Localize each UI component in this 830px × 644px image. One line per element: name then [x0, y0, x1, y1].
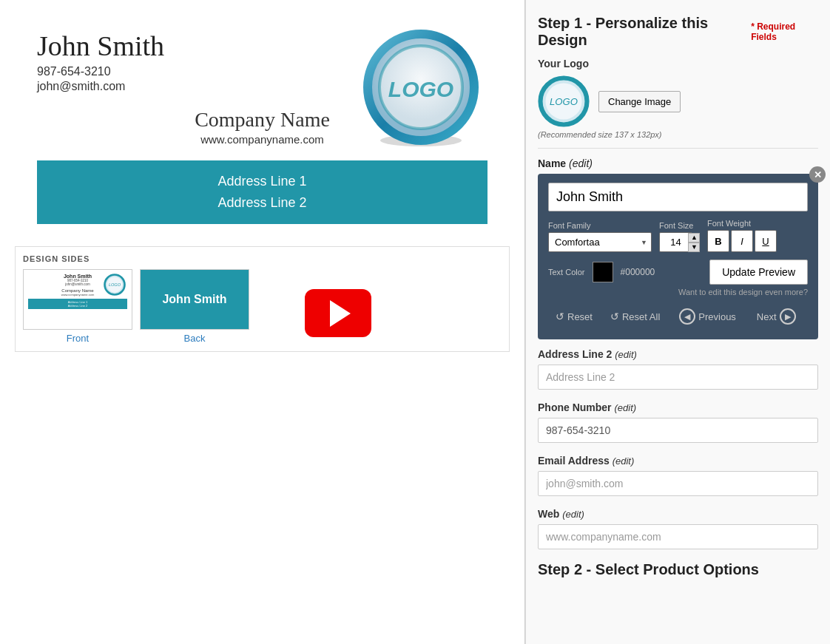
- back-label: Back: [140, 333, 249, 344]
- thumb-logo: LOGO: [104, 274, 126, 296]
- font-family-label: Font Family: [548, 221, 652, 230]
- logo-row: LOGO Change Image: [538, 75, 818, 127]
- preview-address1: Address Line 1: [44, 171, 480, 192]
- back-thumb-text: John Smith: [162, 293, 226, 306]
- reset-all-button[interactable]: ↺ Reset All: [603, 306, 667, 327]
- underline-button[interactable]: U: [755, 230, 777, 252]
- design-sides-row: John Smith 987-654-3210 john@smith.com C…: [23, 269, 502, 344]
- step1-title: Step 1 - Personalize this Design: [538, 15, 745, 49]
- step1-header: Step 1 - Personalize this Design * Requi…: [538, 15, 818, 49]
- next-button[interactable]: Next ▶: [748, 304, 805, 329]
- web-edit-label: (edit): [562, 509, 584, 520]
- reset-all-icon: ↺: [610, 311, 619, 322]
- phone-field-label: Phone Number (edit): [538, 401, 818, 413]
- font-size-group: Font Size ▲ ▼: [659, 221, 700, 252]
- play-icon: [330, 300, 351, 327]
- font-weight-buttons: B I U: [707, 230, 777, 252]
- bold-button[interactable]: B: [707, 230, 729, 252]
- font-family-wrapper: Comfortaa Arial Georgia: [548, 232, 652, 252]
- font-size-up[interactable]: ▲: [688, 233, 700, 243]
- name-field-label: Name (edit): [538, 157, 818, 169]
- address2-field-label: Address Line 2 (edit): [538, 348, 818, 360]
- update-preview-button[interactable]: Update Preview: [709, 260, 808, 285]
- font-size-down[interactable]: ▼: [688, 243, 700, 252]
- required-fields-label: * Required Fields: [751, 21, 818, 42]
- name-edit-popup: ✕ Font Family Comfortaa Arial Georgia Fo…: [538, 174, 818, 339]
- logo-small: LOGO: [538, 75, 590, 127]
- back-thumb-container[interactable]: John Smith Back: [140, 269, 249, 344]
- email-edit-label: (edit): [613, 455, 635, 467]
- nav-row: ↺ Reset ↺ Reset All ◀ Previous Next ▶: [548, 304, 808, 329]
- close-popup-button[interactable]: ✕: [809, 166, 826, 183]
- previous-icon: ◀: [679, 308, 695, 325]
- preview-address2: Address Line 2: [44, 192, 480, 214]
- name-edit-label: (edit): [569, 157, 593, 169]
- design-sides-section: DESIGN SIDES John Smith 987-654-3210 joh…: [15, 246, 510, 352]
- italic-button[interactable]: I: [731, 230, 753, 252]
- reset-button[interactable]: ↺ Reset: [548, 306, 600, 327]
- font-weight-group: Font Weight B I U: [707, 219, 777, 252]
- phone-edit-label: (edit): [614, 402, 636, 413]
- want-edit-text: Want to edit this design even more?: [548, 288, 808, 296]
- preview-logo: LOGO: [362, 30, 480, 148]
- font-size-arrows: ▲ ▼: [688, 233, 700, 252]
- change-image-button[interactable]: Change Image: [598, 91, 681, 112]
- back-thumbnail: John Smith: [140, 269, 249, 330]
- web-field-label: Web (edit): [538, 508, 818, 520]
- svg-text:LOGO: LOGO: [109, 282, 121, 287]
- your-logo-label: Your Logo: [538, 58, 818, 70]
- phone-input[interactable]: [538, 418, 818, 443]
- email-section: Email Address (edit): [538, 455, 818, 496]
- thumb-address: Address Line 1Address Line 2: [28, 299, 127, 309]
- right-panel: Step 1 - Personalize this Design * Requi…: [525, 0, 830, 644]
- web-input[interactable]: [538, 524, 818, 549]
- preview-panel: LOGO John Smith 987-654-3210 john@smith.…: [0, 0, 525, 644]
- font-family-group: Font Family Comfortaa Arial Georgia: [548, 221, 652, 252]
- design-sides-label: DESIGN SIDES: [23, 254, 502, 263]
- name-input[interactable]: [548, 183, 808, 211]
- address2-input[interactable]: [538, 365, 818, 390]
- front-label: Front: [23, 333, 132, 344]
- text-color-label: Text Color: [548, 268, 585, 277]
- svg-text:LOGO: LOGO: [388, 77, 453, 101]
- font-weight-label: Font Weight: [707, 219, 777, 228]
- video-thumbnail[interactable]: [271, 283, 405, 344]
- font-controls: Font Family Comfortaa Arial Georgia Font…: [548, 219, 808, 252]
- phone-section: Phone Number (edit): [538, 401, 818, 443]
- divider1: [538, 148, 818, 149]
- email-field-label: Email Address (edit): [538, 455, 818, 467]
- front-thumb-container[interactable]: John Smith 987-654-3210 john@smith.com C…: [23, 269, 132, 344]
- color-swatch[interactable]: [593, 262, 613, 282]
- preview-address-bar: Address Line 1 Address Line 2: [37, 160, 487, 224]
- address2-section: Address Line 2 (edit): [538, 348, 818, 390]
- color-hex: #000000: [621, 267, 655, 277]
- font-size-label: Font Size: [659, 221, 700, 230]
- previous-button[interactable]: ◀ Previous: [670, 304, 745, 329]
- web-section: Web (edit): [538, 508, 818, 549]
- email-input[interactable]: [538, 471, 818, 496]
- next-icon: ▶: [780, 308, 796, 325]
- svg-text:LOGO: LOGO: [550, 96, 578, 107]
- text-color-row: Text Color #000000 Update Preview: [548, 260, 808, 285]
- front-thumbnail: John Smith 987-654-3210 john@smith.com C…: [23, 269, 132, 330]
- business-card-preview: LOGO John Smith 987-654-3210 john@smith.…: [15, 15, 510, 246]
- reset-icon: ↺: [556, 311, 564, 322]
- font-family-select[interactable]: Comfortaa Arial Georgia: [548, 232, 652, 252]
- play-button[interactable]: [305, 289, 371, 337]
- logo-recommendation: (Recommended size 137 x 132px): [538, 130, 818, 139]
- step2-title: Step 2 - Select Product Options: [538, 561, 818, 578]
